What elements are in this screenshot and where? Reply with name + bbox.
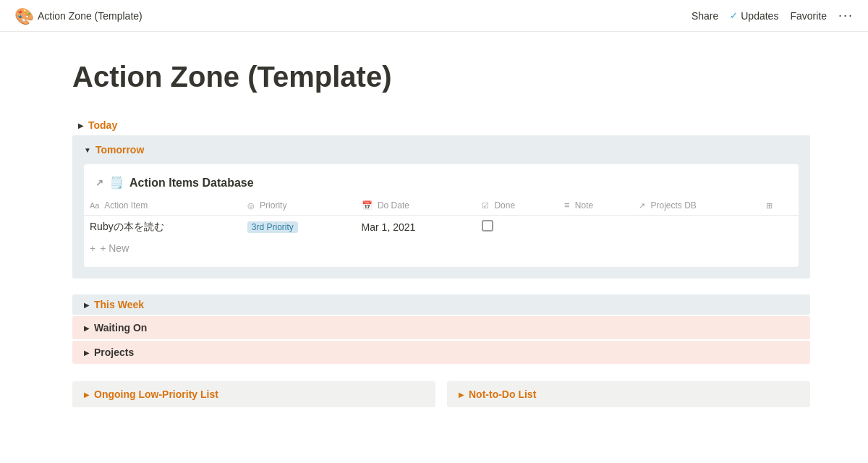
new-row-label: + New — [100, 242, 129, 254]
cell-do-date[interactable]: Mar 1, 2021 — [356, 216, 476, 239]
this-week-label: This Week — [94, 299, 144, 310]
topbar-right: Share ✓ Updates Favorite ··· — [692, 8, 854, 23]
col-projects-db: Projects DB — [633, 195, 760, 216]
cell-action-item[interactable]: Rubyの本を読む — [84, 216, 242, 239]
projects-label: Projects — [94, 347, 134, 358]
action-items-database: ↗ 🗒️ Action Items Database Action Item P… — [84, 164, 799, 267]
tomorrow-section: ▼ Tomorrow ↗ 🗒️ Action Items Database Ac… — [72, 135, 810, 279]
updates-label: Updates — [741, 10, 778, 22]
waiting-on-triangle-icon: ▶ — [84, 324, 90, 332]
share-button[interactable]: Share — [692, 10, 718, 22]
db-emoji-icon: 🗒️ — [109, 176, 124, 190]
db-table: Action Item Priority Do Date Done — [84, 195, 799, 238]
page-title: Action Zone (Template) — [72, 61, 810, 93]
today-section-header[interactable]: ▶ Today — [72, 116, 810, 134]
today-triangle-icon: ▶ — [78, 122, 84, 129]
new-row-button[interactable]: + + New — [84, 238, 799, 258]
this-week-section[interactable]: ▶ This Week — [72, 294, 810, 315]
projects-triangle-icon: ▶ — [84, 349, 90, 357]
tomorrow-section-label: Tomorrow — [95, 144, 144, 156]
table-header-row: Action Item Priority Do Date Done — [84, 195, 799, 216]
favorite-button[interactable]: Favorite — [790, 10, 827, 22]
text-col-icon — [90, 201, 99, 210]
topbar: 🎨 Action Zone (Template) Share ✓ Updates… — [0, 0, 868, 32]
table-row: Rubyの本を読む 3rd Priority Mar 1, 2021 — [84, 216, 799, 239]
link-col-icon — [639, 201, 645, 210]
not-todo-label: Not-to-Do List — [469, 388, 536, 400]
grid-col-icon — [766, 201, 773, 210]
col-priority: Priority — [242, 195, 356, 216]
waiting-on-section[interactable]: ▶ Waiting On — [72, 316, 810, 339]
today-section-label: Today — [88, 119, 117, 131]
col-done: Done — [476, 195, 558, 216]
db-link-arrow-icon[interactable]: ↗ — [95, 177, 103, 188]
list-col-icon — [564, 201, 570, 210]
waiting-on-label: Waiting On — [94, 322, 147, 334]
more-options-button[interactable]: ··· — [838, 8, 854, 23]
col-note: Note — [558, 195, 633, 216]
db-header: ↗ 🗒️ Action Items Database — [84, 173, 799, 195]
topbar-left: 🎨 Action Zone (Template) — [14, 7, 142, 25]
projects-section[interactable]: ▶ Projects — [72, 341, 810, 364]
ongoing-triangle-icon: ▶ — [84, 391, 90, 399]
cell-extra — [760, 216, 799, 239]
cell-note[interactable] — [558, 216, 633, 239]
not-todo-triangle-icon: ▶ — [459, 391, 464, 399]
priority-col-icon — [247, 201, 255, 210]
tomorrow-triangle-icon: ▼ — [84, 146, 91, 154]
ongoing-label: Ongoing Low-Priority List — [94, 388, 218, 400]
check-icon: ✓ — [730, 10, 738, 21]
cell-done[interactable] — [476, 216, 558, 239]
ongoing-section[interactable]: ▶ Ongoing Low-Priority List — [72, 381, 435, 407]
calendar-col-icon — [362, 201, 373, 210]
db-title: Action Items Database — [129, 177, 254, 190]
cell-projects-db[interactable] — [633, 216, 760, 239]
cell-priority[interactable]: 3rd Priority — [242, 216, 356, 239]
tomorrow-section-header[interactable]: ▼ Tomorrow — [84, 141, 799, 158]
topbar-title: Action Zone (Template) — [38, 10, 142, 22]
main-content: Action Zone (Template) ▶ Today ▼ Tomorro… — [0, 32, 868, 436]
plus-icon: + — [90, 242, 95, 254]
col-do-date: Do Date — [356, 195, 476, 216]
updates-button[interactable]: ✓ Updates — [730, 10, 778, 22]
today-section: ▶ Today — [72, 116, 810, 134]
col-extra — [760, 195, 799, 216]
not-todo-section[interactable]: ▶ Not-to-Do List — [447, 381, 810, 407]
priority-badge[interactable]: 3rd Priority — [247, 221, 298, 233]
check-col-icon — [482, 201, 489, 210]
app-logo-icon: 🎨 — [14, 7, 32, 25]
col-action-item: Action Item — [84, 195, 242, 216]
this-week-triangle-icon: ▶ — [84, 301, 90, 309]
bottom-row: ▶ Ongoing Low-Priority List ▶ Not-to-Do … — [72, 381, 810, 407]
done-checkbox[interactable] — [482, 220, 493, 232]
